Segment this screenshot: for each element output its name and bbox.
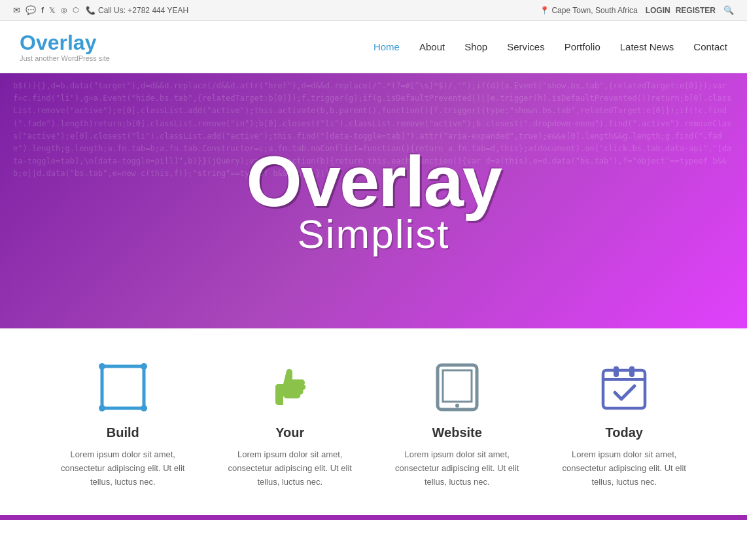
svg-rect-10 xyxy=(614,366,619,377)
svg-rect-11 xyxy=(629,366,634,377)
feature-your: Your Lorem ipsum dolor sit amet, consect… xyxy=(218,361,362,489)
logo-title: Overlay xyxy=(20,31,110,54)
phone-icon: 📞 xyxy=(86,6,96,15)
feature-your-title: Your xyxy=(275,425,304,440)
other-icon[interactable]: ⬡ xyxy=(73,6,79,14)
website-icon xyxy=(431,361,483,413)
search-icon[interactable]: 🔍 xyxy=(723,5,734,15)
nav-services[interactable]: Services xyxy=(507,41,545,52)
whatsapp-icon[interactable]: 💬 xyxy=(26,5,36,15)
location-text: Cape Town, South Africa xyxy=(551,6,637,15)
feature-build-title: Build xyxy=(107,425,139,440)
auth-links: LOGIN REGISTER xyxy=(646,6,716,15)
facebook-icon[interactable]: f xyxy=(41,6,44,15)
hero-content: Overlay Simplist xyxy=(246,145,501,257)
svg-point-1 xyxy=(99,363,105,370)
nav-about[interactable]: About xyxy=(419,41,445,52)
hero-banner: b$()){},d=b.data("target"),d=d&&d.replac… xyxy=(0,73,747,328)
today-icon xyxy=(598,361,650,413)
feature-today-text: Lorem ipsum dolor sit amet, consectetur … xyxy=(552,448,696,489)
svg-rect-8 xyxy=(603,370,645,408)
nav-shop[interactable]: Shop xyxy=(464,41,487,52)
email-icon[interactable]: ✉ xyxy=(13,5,20,15)
instagram-icon[interactable]: ◎ xyxy=(61,6,67,14)
features-section: Build Lorem ipsum dolor sit amet, consec… xyxy=(0,328,747,515)
svg-point-3 xyxy=(99,405,105,411)
login-link[interactable]: LOGIN xyxy=(646,6,670,15)
twitter-icon[interactable]: 𝕏 xyxy=(49,6,56,15)
feature-today: Today Lorem ipsum dolor sit amet, consec… xyxy=(552,361,696,489)
svg-point-7 xyxy=(455,404,459,408)
svg-rect-0 xyxy=(102,366,144,408)
footer-strip xyxy=(0,515,747,520)
feature-website-title: Website xyxy=(432,425,482,440)
topbar-left: ✉ 💬 f 𝕏 ◎ ⬡ 📞 Call Us: +2782 444 YEAH xyxy=(13,5,188,15)
topbar-right: 📍 Cape Town, South Africa LOGIN REGISTER… xyxy=(540,5,734,15)
build-icon xyxy=(97,361,149,413)
location-info: 📍 Cape Town, South Africa xyxy=(540,6,637,15)
svg-rect-6 xyxy=(443,370,472,402)
social-icons: ✉ 💬 f 𝕏 ◎ ⬡ xyxy=(13,5,79,15)
feature-build: Build Lorem ipsum dolor sit amet, consec… xyxy=(51,361,195,489)
feature-your-text: Lorem ipsum dolor sit amet, consectetur … xyxy=(218,448,362,489)
hero-title: Overlay xyxy=(246,145,501,217)
nav-latest-news[interactable]: Latest News xyxy=(620,41,674,52)
feature-today-title: Today xyxy=(606,425,643,440)
logo-subtitle: Just another WordPress site xyxy=(20,54,110,62)
location-pin-icon: 📍 xyxy=(540,6,549,15)
nav-home[interactable]: Home xyxy=(373,41,400,52)
phone-text: Call Us: +2782 444 YEAH xyxy=(98,6,188,15)
logo[interactable]: Overlay Just another WordPress site xyxy=(20,31,110,62)
phone-info: 📞 Call Us: +2782 444 YEAH xyxy=(86,6,188,15)
topbar: ✉ 💬 f 𝕏 ◎ ⬡ 📞 Call Us: +2782 444 YEAH 📍 … xyxy=(0,0,747,21)
feature-website-text: Lorem ipsum dolor sit amet, consectetur … xyxy=(385,448,529,489)
feature-website: Website Lorem ipsum dolor sit amet, cons… xyxy=(385,361,529,489)
your-icon xyxy=(264,361,316,413)
svg-point-4 xyxy=(141,405,147,411)
nav-portfolio[interactable]: Portfolio xyxy=(565,41,600,52)
main-nav: Home About Shop Services Portfolio Lates… xyxy=(373,41,727,52)
nav-contact[interactable]: Contact xyxy=(693,41,727,52)
header: Overlay Just another WordPress site Home… xyxy=(0,21,747,73)
svg-point-2 xyxy=(141,363,147,370)
register-link[interactable]: REGISTER xyxy=(676,6,716,15)
feature-build-text: Lorem ipsum dolor sit amet, consectetur … xyxy=(51,448,195,489)
